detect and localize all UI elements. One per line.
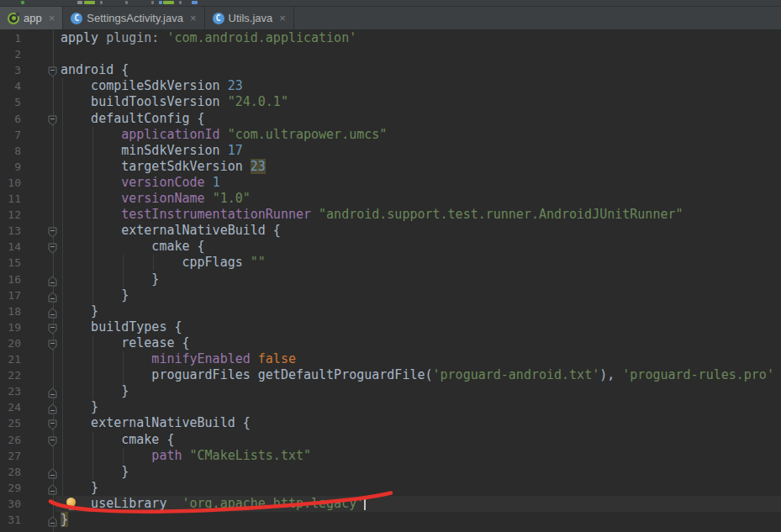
tab-close-icon[interactable]: × [279,14,286,23]
line-number[interactable]: 31 [0,512,21,528]
line-number[interactable]: 22 [0,367,21,383]
code-text[interactable]: android { [61,62,129,78]
code-line-3[interactable]: 3android { [0,62,781,78]
line-number[interactable]: 17 [0,287,21,303]
code-text[interactable]: minifyEnabled false [61,351,296,367]
line-number[interactable]: 14 [0,239,21,255]
code-text[interactable]: } [61,383,129,399]
tab-utils-java[interactable]: CUtils.java× [205,7,294,29]
code-line-19[interactable]: 19 buildTypes { [0,319,781,335]
code-text[interactable]: testInstrumentationRunner "android.suppo… [61,207,683,223]
line-number[interactable]: 6 [0,111,21,127]
code-line-10[interactable]: 10 versionCode 1 [0,175,781,191]
code-line-21[interactable]: 21 minifyEnabled false [0,351,781,367]
code-line-28[interactable]: 28 } [0,464,781,480]
code-text[interactable]: } [61,464,129,480]
code-line-15[interactable]: 15 cppFlags "" [0,255,781,271]
code-line-1[interactable]: 1apply plugin: 'com.android.application' [0,30,781,46]
tab-settingsactivity-java[interactable]: CSettingsActivity.java× [63,7,204,29]
code-line-4[interactable]: 4 compileSdkVersion 23 [0,78,781,94]
code-text[interactable]: compileSdkVersion 23 [61,78,243,94]
line-number[interactable]: 2 [0,46,21,62]
code-text[interactable]: versionCode 1 [61,175,220,191]
code-line-11[interactable]: 11 versionName "1.0" [0,191,781,207]
code-text[interactable]: externalNativeBuild { [61,415,251,431]
code-line-18[interactable]: 18 } [0,303,781,319]
code-line-31[interactable]: 31} [0,512,781,528]
line-number[interactable]: 28 [0,464,21,480]
code-line-25[interactable]: 25 externalNativeBuild { [0,415,781,431]
code-line-14[interactable]: 14 cmake { [0,239,781,255]
code-text[interactable]: } [61,287,129,303]
code-text[interactable]: } [61,271,159,287]
line-number[interactable]: 4 [0,78,21,94]
line-number[interactable]: 20 [0,335,21,351]
line-number[interactable]: 10 [0,175,21,191]
code-text[interactable]: useLibrary 'org.apache.http.legacy' [61,496,366,512]
code-text[interactable]: cmake { [61,432,174,448]
code-line-16[interactable]: 16 } [0,271,781,287]
code-line-22[interactable]: 22 proguardFiles getDefaultProguardFile(… [0,367,781,383]
code-text[interactable]: } [61,303,98,319]
line-number[interactable]: 25 [0,415,21,431]
code-text[interactable]: buildToolsVersion "24.0.1" [61,94,288,110]
code-text[interactable]: } [61,480,98,496]
code-line-8[interactable]: 8 minSdkVersion 17 [0,143,781,159]
line-number[interactable]: 26 [0,432,21,448]
code-line-20[interactable]: 20 release { [0,335,781,351]
code-line-9[interactable]: 9 targetSdkVersion 23 [0,159,781,175]
code-line-13[interactable]: 13 externalNativeBuild { [0,223,781,239]
code-text[interactable]: } [61,512,68,528]
line-number[interactable]: 18 [0,303,21,319]
code-text[interactable]: defaultConfig { [61,111,205,127]
code-line-2[interactable]: 2 [0,46,781,62]
code-text[interactable]: applicationId "com.ultrapower.umcs" [61,127,387,143]
line-number[interactable]: 13 [0,223,21,239]
code-text[interactable]: apply plugin: 'com.android.application' [61,30,356,46]
line-number[interactable]: 30 [0,496,21,512]
line-number[interactable]: 24 [0,399,21,415]
code-line-27[interactable]: 27 path "CMakeLists.txt" [0,448,781,464]
code-text[interactable]: minSdkVersion 17 [61,143,243,159]
code-text[interactable]: } [61,399,98,415]
code-line-5[interactable]: 5 buildToolsVersion "24.0.1" [0,94,781,110]
line-number[interactable]: 16 [0,271,21,287]
tab-close-icon[interactable]: × [49,14,55,23]
line-number[interactable]: 11 [0,191,21,207]
code-line-29[interactable]: 29 } [0,480,781,496]
line-number[interactable]: 5 [0,94,21,110]
code-line-30[interactable]: 30 useLibrary 'org.apache.http.legacy' [0,496,781,512]
code-line-26[interactable]: 26 cmake { [0,432,781,448]
line-number[interactable]: 19 [0,319,21,335]
line-number[interactable]: 1 [0,30,21,46]
code-text[interactable]: release { [61,335,190,351]
code-text[interactable]: versionName "1.0" [61,191,251,207]
line-number[interactable]: 8 [0,143,21,159]
line-number[interactable]: 23 [0,383,21,399]
tab-close-icon[interactable]: × [190,14,197,23]
code-text[interactable]: cppFlags "" [61,255,266,271]
line-number[interactable]: 29 [0,480,21,496]
line-number[interactable]: 15 [0,255,21,271]
line-number[interactable]: 21 [0,351,21,367]
code-text[interactable]: buildTypes { [61,319,182,335]
code-editor[interactable]: 1apply plugin: 'com.android.application'… [0,30,781,532]
code-line-23[interactable]: 23 } [0,383,781,399]
tab-app[interactable]: app× [0,7,63,29]
fold-end-icon[interactable] [48,514,57,530]
code-line-7[interactable]: 7 applicationId "com.ultrapower.umcs" [0,127,781,143]
line-number[interactable]: 9 [0,159,21,175]
code-line-24[interactable]: 24 } [0,399,781,415]
code-text[interactable]: externalNativeBuild { [61,223,281,239]
code-text[interactable]: proguardFiles getDefaultProguardFile('pr… [61,367,774,383]
code-text[interactable]: path "CMakeLists.txt" [61,448,311,464]
line-number[interactable]: 27 [0,448,21,464]
code-text[interactable]: cmake { [61,239,205,255]
code-text[interactable]: targetSdkVersion 23 [61,159,266,175]
line-number[interactable]: 7 [0,127,21,143]
code-line-12[interactable]: 12 testInstrumentationRunner "android.su… [0,207,781,223]
code-line-6[interactable]: 6 defaultConfig { [0,111,781,127]
line-number[interactable]: 3 [0,62,21,78]
line-number[interactable]: 12 [0,207,21,223]
code-line-17[interactable]: 17 } [0,287,781,303]
